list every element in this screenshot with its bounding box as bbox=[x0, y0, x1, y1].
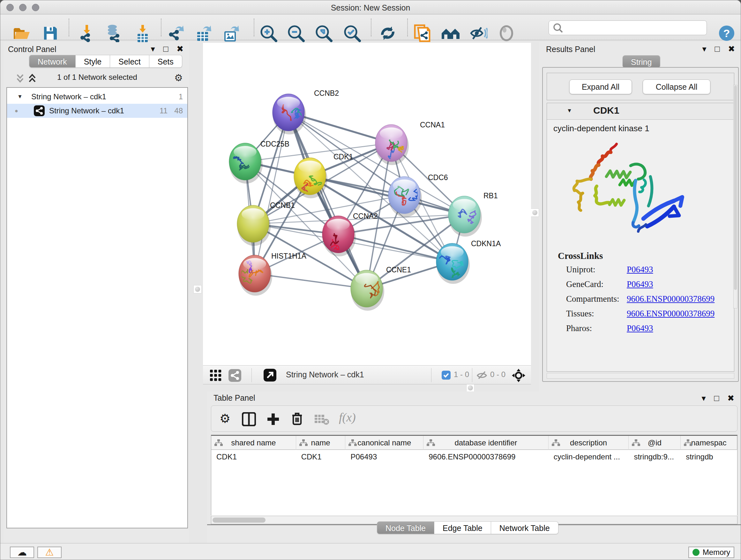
network-collection-row[interactable]: ▼ String Network – cdk1 1 bbox=[7, 90, 187, 104]
results-vertical-scrollbar[interactable] bbox=[733, 85, 738, 308]
node-CDK1[interactable]: CDK1 bbox=[294, 152, 353, 198]
home-panels-icon[interactable] bbox=[441, 25, 460, 41]
section-expand-icon[interactable]: ▼ bbox=[567, 108, 572, 114]
help-icon[interactable]: ? bbox=[719, 25, 734, 41]
fit-selected-crosshair-icon[interactable] bbox=[512, 369, 525, 382]
share-document-icon[interactable] bbox=[414, 24, 431, 43]
import-network-database-icon[interactable] bbox=[105, 24, 123, 42]
table-cell[interactable]: cyclin-dependent ... bbox=[549, 450, 629, 464]
tab-select[interactable]: Select bbox=[110, 55, 149, 68]
node-label: CCNE1 bbox=[386, 266, 411, 274]
tab-string[interactable]: String bbox=[623, 55, 660, 68]
function-builder-icon[interactable]: f(x) bbox=[339, 410, 356, 424]
search-input[interactable] bbox=[565, 22, 703, 34]
warnings-button[interactable]: ⚠ bbox=[37, 547, 62, 558]
table-cell[interactable]: CDK1 bbox=[211, 450, 296, 464]
memory-button[interactable]: Memory bbox=[688, 547, 734, 558]
selected-checkbox-icon[interactable] bbox=[442, 371, 451, 380]
results-panel-collapse-icon[interactable]: ▾ bbox=[702, 44, 706, 54]
node-HIST1H1A[interactable]: HIST1H1A bbox=[239, 252, 307, 296]
hidden-eye-icon[interactable] bbox=[477, 370, 487, 380]
right-splitter-handle[interactable] bbox=[531, 208, 539, 217]
tab-sets[interactable]: Sets bbox=[149, 55, 182, 68]
table-gear-icon[interactable]: ⚙ bbox=[219, 412, 230, 426]
zoom-fit-icon[interactable] bbox=[315, 24, 333, 42]
export-network-icon[interactable] bbox=[167, 24, 185, 42]
cloud-status-button[interactable]: ☁ bbox=[10, 547, 34, 558]
add-column-icon[interactable] bbox=[266, 412, 280, 426]
network-view-title: String Network – cdk1 bbox=[286, 370, 364, 379]
tab-edge-table[interactable]: Edge Table bbox=[434, 521, 491, 534]
open-session-icon[interactable] bbox=[13, 25, 31, 41]
crosslink-link[interactable]: P06493 bbox=[627, 265, 653, 274]
tab-style[interactable]: Style bbox=[76, 55, 111, 68]
table-panel-close-icon[interactable]: ✖ bbox=[727, 393, 734, 403]
delete-table-icon[interactable] bbox=[315, 414, 329, 425]
node-CCNB1[interactable]: CCNB1 bbox=[237, 201, 295, 246]
node-CCNA1[interactable]: CCNA1 bbox=[375, 121, 445, 165]
network-options-gear-icon[interactable]: ⚙ bbox=[174, 72, 183, 83]
node-RB1[interactable]: RB1 bbox=[448, 192, 498, 237]
expand-all-button[interactable]: Expand All bbox=[569, 79, 632, 94]
node-CDKN1A[interactable]: CDKN1A bbox=[436, 240, 501, 284]
column-header-canonical-name[interactable]: canonical name bbox=[345, 436, 423, 450]
zoom-selected-icon[interactable] bbox=[343, 24, 361, 42]
edge-CCNB2-HIST1H1A[interactable] bbox=[255, 112, 288, 273]
zoom-in-icon[interactable] bbox=[259, 24, 277, 42]
network-canvas[interactable]: CCNB2CCNA1CDC25BCDK1CDC6RB1CCNB1CCNA2CDK… bbox=[203, 43, 531, 365]
results-panel-close-icon[interactable]: ✖ bbox=[728, 44, 735, 54]
table-panel-float-icon[interactable]: □ bbox=[714, 393, 719, 403]
node-CCNA2[interactable]: CCNA2 bbox=[322, 212, 378, 256]
crosslink-link[interactable]: 9606.ENSP00000378699 bbox=[627, 309, 715, 319]
results-panel-float-icon[interactable]: □ bbox=[715, 44, 720, 54]
crosslink-link[interactable]: P06493 bbox=[627, 323, 653, 333]
birdseye-grid-icon[interactable] bbox=[210, 370, 221, 381]
column-header-name[interactable]: name bbox=[296, 436, 346, 450]
export-image-icon[interactable] bbox=[222, 24, 240, 42]
zoom-out-icon[interactable] bbox=[287, 24, 305, 42]
export-table-icon[interactable] bbox=[195, 24, 212, 42]
edge-CCNB2-CCNE1[interactable] bbox=[288, 112, 367, 289]
string-view-icon[interactable] bbox=[228, 369, 241, 382]
control-panel-collapse-icon[interactable]: ▾ bbox=[151, 44, 155, 54]
results-horizontal-scrollbar[interactable] bbox=[547, 373, 734, 379]
column-header-@id[interactable]: @id bbox=[629, 436, 681, 450]
node-CDC6[interactable]: CDC6 bbox=[388, 173, 448, 217]
delete-column-icon[interactable] bbox=[290, 412, 304, 426]
import-table-file-icon[interactable] bbox=[134, 24, 151, 42]
show-columns-icon[interactable] bbox=[242, 412, 256, 426]
crosslink-link[interactable]: P06493 bbox=[627, 279, 653, 289]
table-panel-collapse-icon[interactable]: ▾ bbox=[701, 393, 705, 403]
table-cell[interactable]: 9606.ENSP00000378699 bbox=[423, 450, 549, 464]
tree-expand-icon[interactable]: ▼ bbox=[17, 90, 23, 104]
gene-section-header[interactable]: ▼ CDK1 bbox=[547, 103, 734, 120]
control-panel-float-icon[interactable]: □ bbox=[163, 44, 168, 54]
detach-view-icon[interactable] bbox=[264, 369, 276, 381]
table-cell[interactable]: stringdb bbox=[681, 450, 737, 464]
control-panel-close-icon[interactable]: ✖ bbox=[177, 44, 184, 54]
tab-node-table[interactable]: Node Table bbox=[377, 521, 434, 534]
save-session-icon[interactable] bbox=[43, 25, 58, 41]
column-header-shared-name[interactable]: shared name bbox=[211, 436, 296, 450]
network-row-selected[interactable]: ● String Network – cdk1 11 48 bbox=[7, 104, 187, 118]
table-cell[interactable]: stringdb:9... bbox=[629, 450, 681, 464]
crosslink-link[interactable]: 9606.ENSP00000378699 bbox=[627, 294, 715, 304]
table-cell[interactable]: CDK1 bbox=[296, 450, 346, 464]
column-header-database-identifier[interactable]: database identifier bbox=[423, 436, 549, 450]
table-scroll-thumb[interactable] bbox=[212, 517, 266, 523]
bottom-splitter-handle[interactable] bbox=[466, 384, 475, 392]
column-header-description[interactable]: description bbox=[549, 436, 629, 450]
table-cell[interactable]: P06493 bbox=[345, 450, 423, 464]
left-splitter-handle[interactable] bbox=[193, 285, 202, 294]
tab-network[interactable]: Network bbox=[29, 55, 76, 68]
show-eye-icon[interactable] bbox=[498, 25, 515, 42]
tab-network-table[interactable]: Network Table bbox=[491, 521, 558, 534]
hide-eye-icon[interactable] bbox=[470, 25, 488, 42]
search-field[interactable] bbox=[549, 20, 707, 35]
node-CCNE1[interactable]: CCNE1 bbox=[351, 266, 411, 311]
collapse-all-button[interactable]: Collapse All bbox=[643, 79, 711, 94]
table-row[interactable]: CDK1CDK1P064939606.ENSP00000378699cyclin… bbox=[211, 450, 737, 464]
import-network-file-icon[interactable] bbox=[78, 24, 95, 42]
apply-layout-icon[interactable] bbox=[379, 24, 396, 42]
column-header-namespac[interactable]: namespac bbox=[681, 436, 737, 450]
